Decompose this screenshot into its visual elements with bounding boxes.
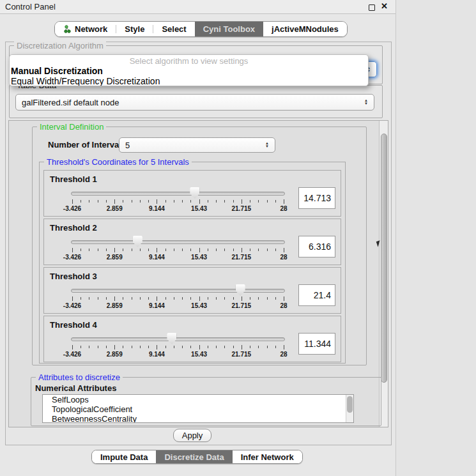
threshold-label: Threshold 3: [50, 272, 97, 281]
numerical-attributes-list[interactable]: SelfLoopsTopologicalCoefficientBetweenne…: [42, 394, 354, 423]
bottom-tabbar: Impute Data Discretize Data Infer Networ…: [91, 450, 303, 464]
group-title: Interval Definition: [37, 122, 106, 132]
tab-label: jActiveMNodules: [272, 24, 339, 34]
slider-tick-labels: -3.4262.8599.14415.4321.71528: [72, 351, 284, 358]
table-data-selected: galFiltered.sif default node: [22, 98, 119, 107]
top-tabbar: Network Style Select Cyni Toolbox jActiv…: [54, 21, 348, 37]
scrollbar-thumb[interactable]: [381, 134, 387, 383]
group-title: Attributes to discretize: [36, 372, 123, 382]
threshold-panel: Threshold 1 -3.4262.8599.14415.4321.7152…: [43, 170, 341, 217]
slider-tick-labels: -3.4262.8599.14415.4321.71528: [72, 302, 284, 310]
slider-tick-labels: -3.4262.8599.14415.4321.71528: [72, 254, 284, 261]
right-region: GAL80GCGAL11GAL4GCY1HHAP2 Table Panel ⚙ …: [396, 0, 476, 476]
attribute-item[interactable]: TopologicalCoefficient: [43, 404, 353, 414]
algorithm-dropdown-popup: Select algorithm to view settings Manual…: [9, 54, 369, 86]
threshold-slider[interactable]: [71, 283, 285, 296]
tab-discretize-data[interactable]: Discretize Data: [156, 450, 232, 463]
tab-label: Style: [125, 24, 144, 34]
attributes-group: Attributes to discretize Numerical Attri…: [31, 377, 381, 426]
threshold-panel: Threshold 4 -3.4262.8599.14415.4321.7152…: [43, 316, 341, 362]
slider-track[interactable]: [71, 240, 285, 244]
tab-label: Infer Network: [241, 452, 294, 462]
control-panel-titlebar: Control Panel ✕: [0, 0, 395, 14]
tab-label: Cyni Toolbox: [203, 24, 255, 34]
number-of-intervals-combobox[interactable]: 5 ▲▼: [119, 137, 275, 153]
threshold-label: Threshold 1: [50, 174, 97, 184]
threshold-value-field[interactable]: 6.316: [298, 236, 335, 257]
threshold-label: Threshold 2: [50, 223, 97, 233]
apply-button[interactable]: Apply: [173, 429, 211, 442]
tab-label: Discretize Data: [164, 452, 224, 462]
control-panel: Control Panel ✕ Network Style Select Cyn…: [0, 0, 396, 476]
popup-option-manual-discretization[interactable]: Manual Discretization: [11, 66, 103, 76]
slider-tick-labels: -3.4262.8599.14415.4321.71528: [72, 205, 284, 213]
threshold-slider[interactable]: [71, 234, 285, 247]
threshold-panel: Threshold 3 -3.4262.8599.14415.4321.7152…: [43, 267, 341, 314]
scrollbar-thumb[interactable]: [347, 396, 353, 413]
tab-jactivemnodules[interactable]: jActiveMNodules: [263, 22, 347, 36]
threshold-panel: Threshold 2 -3.4262.8599.14415.4321.7152…: [43, 219, 341, 265]
tab-select[interactable]: Select: [153, 22, 194, 36]
panel-title: Control Panel: [5, 2, 56, 12]
slider-track[interactable]: [71, 192, 285, 196]
threshold-slider[interactable]: [71, 332, 285, 344]
close-icon[interactable]: ✕: [381, 1, 388, 11]
tab-impute-data[interactable]: Impute Data: [92, 450, 156, 463]
group-title: Discretization Algorithm: [14, 41, 106, 50]
popup-option-equal-width-frequency[interactable]: Equal Width/Frequency Discretization: [11, 76, 160, 86]
combo-spinner-icon: ▲▼: [359, 99, 368, 105]
float-panel-icon[interactable]: [369, 4, 375, 11]
interval-definition-group: Interval Definition Number of Intervals …: [32, 127, 367, 365]
threshold-value-field[interactable]: 11.344: [298, 333, 335, 355]
slider-ticks: [72, 296, 284, 302]
slider-handle[interactable]: [190, 187, 199, 199]
combo-spinner-icon: ▲▼: [260, 142, 269, 148]
slider-handle[interactable]: [167, 333, 176, 344]
threshold-list: Threshold 1 -3.4262.8599.14415.4321.7152…: [43, 170, 341, 364]
tab-style[interactable]: Style: [116, 22, 153, 36]
tab-label: Select: [162, 24, 186, 34]
numerical-attributes-label: Numerical Attributes: [35, 383, 116, 393]
tab-label: Impute Data: [100, 452, 148, 462]
number-of-intervals-label: Number of Intervals: [48, 140, 126, 150]
thresholds-group: Threshold's Coordinates for 5 Intervals …: [39, 162, 346, 364]
slider-track[interactable]: [71, 289, 285, 293]
popup-hint-item: Select algorithm to view settings: [10, 56, 368, 66]
threshold-slider[interactable]: [71, 186, 285, 199]
attribute-item[interactable]: BetweennessCentrality: [43, 414, 353, 423]
slider-track[interactable]: [71, 337, 285, 341]
slider-ticks: [72, 248, 284, 253]
threshold-label: Threshold 4: [50, 320, 97, 330]
table-data-combobox[interactable]: galFiltered.sif default node ▲▼: [15, 94, 374, 111]
tab-label: Network: [75, 24, 107, 34]
tab-network[interactable]: Network: [55, 22, 116, 36]
slider-handle[interactable]: [236, 284, 245, 296]
attribute-item[interactable]: SelfLoops: [43, 395, 353, 404]
list-vertical-scrollbar[interactable]: [346, 395, 353, 422]
tab-cyni-toolbox[interactable]: Cyni Toolbox: [195, 22, 263, 36]
slider-handle[interactable]: [133, 236, 142, 247]
threshold-value-field[interactable]: 14.713: [298, 187, 335, 209]
network-icon: [63, 25, 72, 33]
number-of-intervals-value: 5: [125, 141, 130, 150]
group-title: Threshold's Coordinates for 5 Intervals: [44, 157, 192, 167]
threshold-value-field[interactable]: 21.4: [298, 284, 335, 306]
slider-ticks: [72, 345, 284, 350]
tab-infer-network[interactable]: Infer Network: [233, 450, 302, 463]
slider-ticks: [72, 199, 284, 204]
